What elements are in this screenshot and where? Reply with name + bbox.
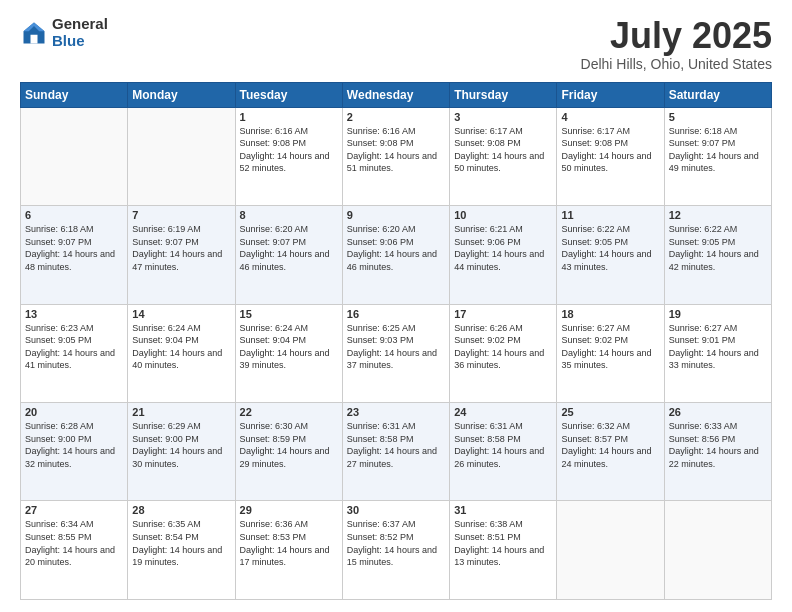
table-row: 17Sunrise: 6:26 AMSunset: 9:02 PMDayligh… — [450, 304, 557, 402]
day-number: 10 — [454, 209, 552, 221]
day-detail: Sunrise: 6:26 AMSunset: 9:02 PMDaylight:… — [454, 322, 552, 372]
day-number: 24 — [454, 406, 552, 418]
day-number: 30 — [347, 504, 445, 516]
table-row: 7Sunrise: 6:19 AMSunset: 9:07 PMDaylight… — [128, 206, 235, 304]
day-number: 5 — [669, 111, 767, 123]
day-detail: Sunrise: 6:17 AMSunset: 9:08 PMDaylight:… — [454, 125, 552, 175]
day-number: 9 — [347, 209, 445, 221]
logo: General Blue — [20, 16, 108, 49]
logo-general-text: General — [52, 16, 108, 33]
day-number: 20 — [25, 406, 123, 418]
header-friday: Friday — [557, 82, 664, 107]
day-detail: Sunrise: 6:31 AMSunset: 8:58 PMDaylight:… — [347, 420, 445, 470]
day-number: 15 — [240, 308, 338, 320]
day-detail: Sunrise: 6:16 AMSunset: 9:08 PMDaylight:… — [240, 125, 338, 175]
header-wednesday: Wednesday — [342, 82, 449, 107]
day-detail: Sunrise: 6:20 AMSunset: 9:07 PMDaylight:… — [240, 223, 338, 273]
header-saturday: Saturday — [664, 82, 771, 107]
day-number: 29 — [240, 504, 338, 516]
day-detail: Sunrise: 6:27 AMSunset: 9:01 PMDaylight:… — [669, 322, 767, 372]
day-number: 18 — [561, 308, 659, 320]
day-detail: Sunrise: 6:27 AMSunset: 9:02 PMDaylight:… — [561, 322, 659, 372]
day-detail: Sunrise: 6:37 AMSunset: 8:52 PMDaylight:… — [347, 518, 445, 568]
day-number: 6 — [25, 209, 123, 221]
day-number: 25 — [561, 406, 659, 418]
table-row — [664, 501, 771, 600]
table-row: 9Sunrise: 6:20 AMSunset: 9:06 PMDaylight… — [342, 206, 449, 304]
table-row: 5Sunrise: 6:18 AMSunset: 9:07 PMDaylight… — [664, 107, 771, 205]
main-title: July 2025 — [581, 16, 772, 56]
day-detail: Sunrise: 6:16 AMSunset: 9:08 PMDaylight:… — [347, 125, 445, 175]
table-row: 13Sunrise: 6:23 AMSunset: 9:05 PMDayligh… — [21, 304, 128, 402]
table-row: 6Sunrise: 6:18 AMSunset: 9:07 PMDaylight… — [21, 206, 128, 304]
table-row: 22Sunrise: 6:30 AMSunset: 8:59 PMDayligh… — [235, 403, 342, 501]
header-thursday: Thursday — [450, 82, 557, 107]
day-detail: Sunrise: 6:18 AMSunset: 9:07 PMDaylight:… — [669, 125, 767, 175]
table-row: 2Sunrise: 6:16 AMSunset: 9:08 PMDaylight… — [342, 107, 449, 205]
day-number: 17 — [454, 308, 552, 320]
day-detail: Sunrise: 6:17 AMSunset: 9:08 PMDaylight:… — [561, 125, 659, 175]
day-detail: Sunrise: 6:32 AMSunset: 8:57 PMDaylight:… — [561, 420, 659, 470]
calendar-header-row: Sunday Monday Tuesday Wednesday Thursday… — [21, 82, 772, 107]
table-row: 1Sunrise: 6:16 AMSunset: 9:08 PMDaylight… — [235, 107, 342, 205]
calendar-week-row: 27Sunrise: 6:34 AMSunset: 8:55 PMDayligh… — [21, 501, 772, 600]
table-row: 25Sunrise: 6:32 AMSunset: 8:57 PMDayligh… — [557, 403, 664, 501]
table-row: 30Sunrise: 6:37 AMSunset: 8:52 PMDayligh… — [342, 501, 449, 600]
day-number: 12 — [669, 209, 767, 221]
day-detail: Sunrise: 6:18 AMSunset: 9:07 PMDaylight:… — [25, 223, 123, 273]
table-row — [557, 501, 664, 600]
svg-rect-2 — [31, 34, 38, 43]
day-number: 21 — [132, 406, 230, 418]
day-detail: Sunrise: 6:33 AMSunset: 8:56 PMDaylight:… — [669, 420, 767, 470]
day-number: 22 — [240, 406, 338, 418]
logo-blue-text: Blue — [52, 33, 108, 50]
table-row: 31Sunrise: 6:38 AMSunset: 8:51 PMDayligh… — [450, 501, 557, 600]
table-row — [21, 107, 128, 205]
day-detail: Sunrise: 6:24 AMSunset: 9:04 PMDaylight:… — [240, 322, 338, 372]
day-detail: Sunrise: 6:20 AMSunset: 9:06 PMDaylight:… — [347, 223, 445, 273]
day-detail: Sunrise: 6:35 AMSunset: 8:54 PMDaylight:… — [132, 518, 230, 568]
table-row: 19Sunrise: 6:27 AMSunset: 9:01 PMDayligh… — [664, 304, 771, 402]
day-detail: Sunrise: 6:25 AMSunset: 9:03 PMDaylight:… — [347, 322, 445, 372]
table-row: 23Sunrise: 6:31 AMSunset: 8:58 PMDayligh… — [342, 403, 449, 501]
day-number: 2 — [347, 111, 445, 123]
table-row: 28Sunrise: 6:35 AMSunset: 8:54 PMDayligh… — [128, 501, 235, 600]
table-row: 14Sunrise: 6:24 AMSunset: 9:04 PMDayligh… — [128, 304, 235, 402]
day-detail: Sunrise: 6:34 AMSunset: 8:55 PMDaylight:… — [25, 518, 123, 568]
table-row: 3Sunrise: 6:17 AMSunset: 9:08 PMDaylight… — [450, 107, 557, 205]
table-row: 24Sunrise: 6:31 AMSunset: 8:58 PMDayligh… — [450, 403, 557, 501]
day-number: 23 — [347, 406, 445, 418]
day-number: 11 — [561, 209, 659, 221]
day-detail: Sunrise: 6:24 AMSunset: 9:04 PMDaylight:… — [132, 322, 230, 372]
day-number: 31 — [454, 504, 552, 516]
table-row — [128, 107, 235, 205]
day-number: 1 — [240, 111, 338, 123]
table-row: 8Sunrise: 6:20 AMSunset: 9:07 PMDaylight… — [235, 206, 342, 304]
table-row: 15Sunrise: 6:24 AMSunset: 9:04 PMDayligh… — [235, 304, 342, 402]
table-row: 10Sunrise: 6:21 AMSunset: 9:06 PMDayligh… — [450, 206, 557, 304]
calendar-week-row: 1Sunrise: 6:16 AMSunset: 9:08 PMDaylight… — [21, 107, 772, 205]
day-number: 4 — [561, 111, 659, 123]
day-detail: Sunrise: 6:21 AMSunset: 9:06 PMDaylight:… — [454, 223, 552, 273]
day-detail: Sunrise: 6:30 AMSunset: 8:59 PMDaylight:… — [240, 420, 338, 470]
day-number: 7 — [132, 209, 230, 221]
table-row: 21Sunrise: 6:29 AMSunset: 9:00 PMDayligh… — [128, 403, 235, 501]
day-detail: Sunrise: 6:28 AMSunset: 9:00 PMDaylight:… — [25, 420, 123, 470]
day-detail: Sunrise: 6:31 AMSunset: 8:58 PMDaylight:… — [454, 420, 552, 470]
table-row: 26Sunrise: 6:33 AMSunset: 8:56 PMDayligh… — [664, 403, 771, 501]
day-number: 28 — [132, 504, 230, 516]
day-number: 19 — [669, 308, 767, 320]
page: General Blue July 2025 Delhi Hills, Ohio… — [0, 0, 792, 612]
table-row: 16Sunrise: 6:25 AMSunset: 9:03 PMDayligh… — [342, 304, 449, 402]
table-row: 29Sunrise: 6:36 AMSunset: 8:53 PMDayligh… — [235, 501, 342, 600]
calendar-week-row: 6Sunrise: 6:18 AMSunset: 9:07 PMDaylight… — [21, 206, 772, 304]
day-detail: Sunrise: 6:22 AMSunset: 9:05 PMDaylight:… — [669, 223, 767, 273]
table-row: 11Sunrise: 6:22 AMSunset: 9:05 PMDayligh… — [557, 206, 664, 304]
logo-icon — [20, 19, 48, 47]
header: General Blue July 2025 Delhi Hills, Ohio… — [20, 16, 772, 72]
day-detail: Sunrise: 6:36 AMSunset: 8:53 PMDaylight:… — [240, 518, 338, 568]
table-row: 4Sunrise: 6:17 AMSunset: 9:08 PMDaylight… — [557, 107, 664, 205]
header-tuesday: Tuesday — [235, 82, 342, 107]
header-sunday: Sunday — [21, 82, 128, 107]
header-monday: Monday — [128, 82, 235, 107]
